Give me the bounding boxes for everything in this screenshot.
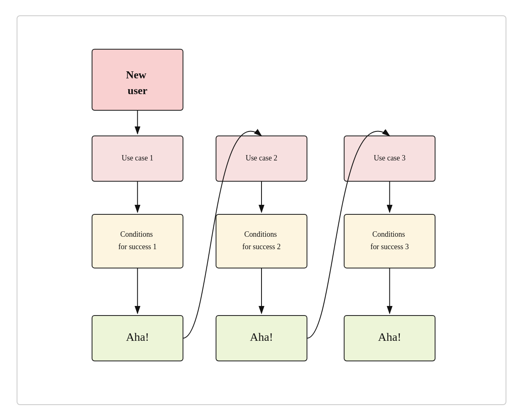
- use-case-1-label: Use case 1: [122, 153, 154, 162]
- conditions-2-node: [216, 214, 307, 267]
- conditions-1-node: [92, 214, 183, 267]
- use-case-2-label: Use case 2: [246, 153, 278, 162]
- aha-2-label: Aha!: [250, 330, 273, 343]
- aha-3-label: Aha!: [378, 330, 401, 343]
- use-case-3-label: Use case 3: [374, 153, 406, 162]
- aha-1-label: Aha!: [126, 330, 149, 343]
- conditions-3-node: [344, 214, 435, 267]
- diagram-container: New user Use case 1 Conditions for succe…: [17, 15, 506, 405]
